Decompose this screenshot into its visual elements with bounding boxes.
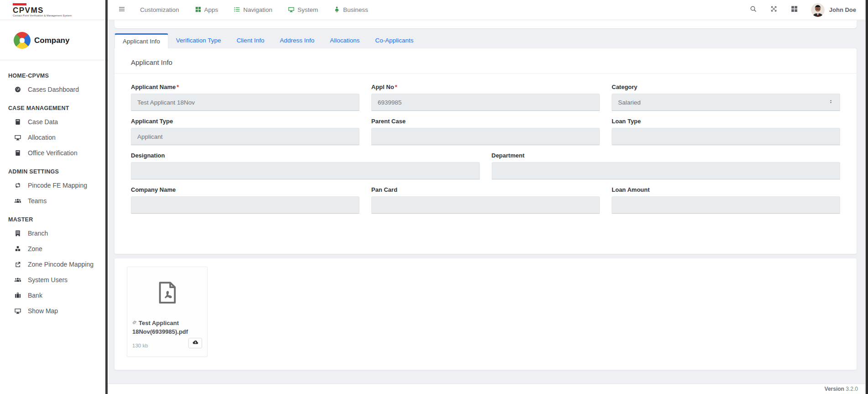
desktop-icon — [14, 307, 22, 315]
menu-item-customization[interactable]: Customization — [132, 0, 187, 20]
field-label: Designation — [131, 152, 480, 159]
sidebar-nav: HOME-CPVMS Cases Dashboard CASE MANAGEME… — [0, 60, 109, 319]
exchange-icon — [14, 182, 22, 189]
sidebar-item-cases-dashboard[interactable]: Cases Dashboard — [0, 82, 109, 97]
loan-amount-input[interactable] — [612, 196, 840, 214]
sidebar-section-admin-settings: ADMIN SETTINGS — [0, 161, 109, 178]
version-label: Version — [825, 386, 844, 392]
sidebar-item-zone-pincode-mapping[interactable]: Zone Pincode Mapping — [0, 257, 109, 272]
tab-verification-type[interactable]: Verification Type — [168, 33, 229, 48]
tab-applicant-info[interactable]: Applicant Info — [114, 33, 168, 48]
sidebar-item-zone[interactable]: Zone — [0, 241, 109, 257]
building-icon — [14, 230, 22, 237]
menu-item-business[interactable]: Business — [326, 0, 376, 20]
company-logo-text: Company — [34, 36, 69, 45]
required-asterisk: * — [177, 84, 179, 90]
brand-logo: CPVMS Contact Point Verification & Manag… — [0, 3, 109, 17]
attachments-card: Test Applicant 18Nov(6939985).pdf 130 kb — [114, 258, 857, 370]
tab-allocations[interactable]: Allocations — [322, 33, 367, 48]
sidebar-section-home-cpvms: HOME-CPVMS — [0, 65, 109, 82]
page-scrollbar[interactable] — [865, 0, 868, 394]
field-label: Category — [612, 84, 840, 90]
attachment-size: 130 kb — [132, 343, 148, 348]
sidebar-item-allocation[interactable]: Allocation — [0, 130, 109, 145]
department-input[interactable] — [492, 162, 841, 179]
field-label: Company Name — [131, 186, 359, 193]
applicant-name-input[interactable] — [131, 94, 359, 111]
dashboard-icon — [14, 86, 22, 93]
sidebar-item-teams[interactable]: Teams — [0, 193, 109, 209]
loan-type-input[interactable] — [612, 128, 840, 145]
grid-apps-icon[interactable] — [784, 5, 805, 15]
field-label: Applicant Type — [131, 118, 359, 125]
brand-tagline: Contact Point Verification & Management … — [13, 14, 109, 17]
sidebar-section-master: MASTER — [0, 209, 109, 226]
search-icon[interactable] — [743, 5, 764, 15]
applicant-type-input[interactable] — [131, 128, 359, 145]
field-label: Loan Type — [612, 118, 840, 125]
version-value: 3.2.0 — [846, 386, 858, 392]
menu-item-navigation[interactable]: Navigation — [226, 0, 280, 20]
user-name[interactable]: John Doe — [829, 6, 856, 13]
field-parent-case: Parent Case — [371, 118, 600, 145]
user-avatar[interactable] — [811, 3, 825, 17]
pdf-file-icon — [127, 267, 207, 318]
top-menu: Customization Apps Navigation System Bus… — [132, 0, 376, 20]
users-icon — [14, 197, 22, 205]
select-arrows-icon — [828, 99, 834, 106]
field-pan-card: Pan Card — [371, 186, 600, 214]
appl-no-input[interactable] — [371, 94, 600, 111]
field-company-name: Company Name — [131, 186, 359, 214]
sidebar: Company HOME-CPVMS Cases Dashboard CASE … — [0, 20, 109, 394]
menu-item-apps[interactable]: Apps — [187, 0, 226, 20]
sidebar-scrollbar[interactable] — [105, 0, 108, 394]
sidebar-item-office-verification[interactable]: Office Verification — [0, 145, 109, 161]
cloud-download-icon — [192, 339, 199, 347]
brand-red-bar — [13, 3, 26, 5]
parent-case-input[interactable] — [371, 128, 600, 145]
list-icon — [234, 6, 240, 14]
header-actions: John Doe — [743, 3, 868, 17]
applicant-info-card: Applicant Info Applicant Name* Appl No* … — [114, 48, 857, 254]
book-icon — [14, 118, 22, 126]
sidebar-item-system-users[interactable]: System Users — [0, 272, 109, 288]
sidebar-item-branch[interactable]: Branch — [0, 226, 109, 241]
category-select[interactable]: Salaried — [612, 94, 840, 111]
download-button[interactable] — [188, 338, 202, 348]
company-name-input[interactable] — [131, 196, 359, 214]
tab-address-info[interactable]: Address Info — [272, 33, 322, 48]
pinwheel-logo-icon — [14, 32, 31, 49]
tab-client-info[interactable]: Client Info — [229, 33, 272, 48]
field-label: Loan Amount — [612, 186, 840, 193]
pan-card-input[interactable] — [371, 196, 600, 214]
scrolled-card-edge — [114, 20, 857, 28]
field-loan-amount: Loan Amount — [612, 186, 840, 214]
external-link-icon — [14, 261, 22, 268]
book-icon — [14, 149, 22, 157]
sidebar-item-pincode-fe-mapping[interactable]: Pincode FE Mapping — [0, 178, 109, 193]
field-department: Department — [492, 152, 841, 179]
tab-co-applicants[interactable]: Co-Applicants — [368, 33, 421, 48]
sidebar-section-case-management: CASE MANAGEMENT — [0, 97, 109, 114]
tab-bar: Applicant Info Verification Type Client … — [114, 33, 857, 48]
briefcase-icon — [14, 292, 22, 299]
brand-name: CPVMS — [13, 6, 109, 14]
sidebar-item-show-map[interactable]: Show Map — [0, 303, 109, 319]
cubes-icon — [14, 245, 22, 252]
field-label: Applicant Name — [131, 84, 176, 90]
field-loan-type: Loan Type — [612, 118, 840, 145]
designation-input[interactable] — [131, 162, 480, 179]
top-header: CPVMS Contact Point Verification & Manag… — [0, 0, 868, 20]
attachment-tile[interactable]: Test Applicant 18Nov(6939985).pdf 130 kb — [127, 267, 208, 357]
hamburger-menu-icon[interactable] — [118, 5, 126, 15]
apps-grid-icon — [195, 6, 202, 14]
expand-fullscreen-icon[interactable] — [764, 5, 784, 15]
field-label: Pan Card — [371, 186, 600, 193]
field-category: Category Salaried — [612, 84, 840, 111]
person-icon — [333, 6, 340, 14]
paperclip-icon — [132, 320, 137, 326]
sidebar-item-case-data[interactable]: Case Data — [0, 114, 109, 130]
field-label: Department — [492, 152, 841, 159]
menu-item-system[interactable]: System — [280, 0, 326, 20]
sidebar-item-bank[interactable]: Bank — [0, 288, 109, 303]
